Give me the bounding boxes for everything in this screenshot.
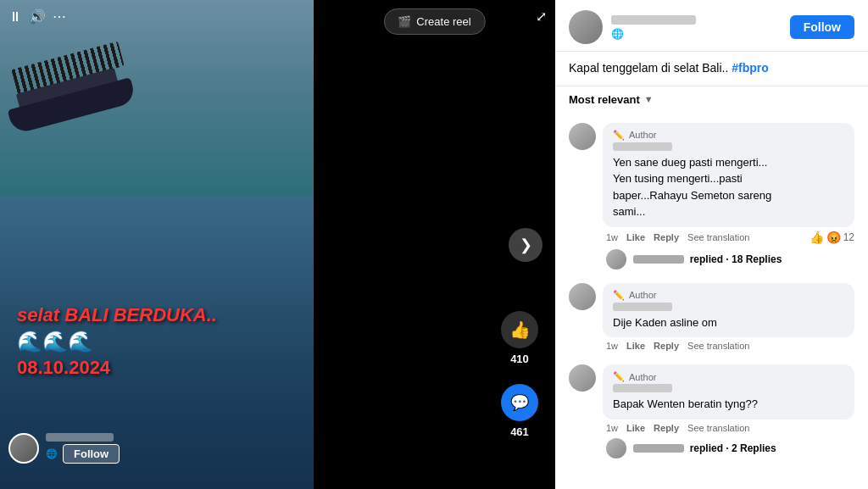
chevron-right-icon: ❯ <box>520 236 532 254</box>
comment-username <box>613 303 672 311</box>
comment-author-row: ✏️ Author <box>613 290 844 301</box>
comment-time: 1w <box>606 232 618 242</box>
see-translation-button[interactable]: See translation <box>687 232 749 242</box>
comment-bubble: ✏️ Author Yen sane dueg pasti mengerti..… <box>603 123 854 227</box>
most-relevant-bar[interactable]: Most relevant ▼ <box>555 86 868 113</box>
comments-header: 🌐 Follow <box>555 0 868 52</box>
hashtag: #fbpro <box>732 61 769 75</box>
like-action-button[interactable]: Like <box>626 232 645 242</box>
replies-link[interactable]: replied · 2 Replies <box>603 438 854 458</box>
reaction-number: 12 <box>843 231 854 243</box>
header-avatar <box>569 10 603 44</box>
author-badge: Author <box>629 130 656 140</box>
replies-text[interactable]: replied · 18 Replies <box>633 253 782 265</box>
globe-icon: 🌐 <box>46 448 58 459</box>
table-row: ✏️ Author Dije Kaden asline om 1w Like R… <box>555 276 868 358</box>
comment-actions: 1w Like Reply See translation 👍 😡 12 <box>603 231 854 244</box>
film-icon: 🎬 <box>398 15 411 28</box>
replies-text[interactable]: replied · 2 Replies <box>633 442 776 454</box>
comment-text: Dije Kaden asline om <box>613 314 844 331</box>
create-reel-button[interactable]: 🎬 Create reel <box>383 8 485 35</box>
table-row: ✏️ Author Bapak Wenten beratin tyng?? 1w… <box>555 358 868 465</box>
center-panel: 🎬 Create reel ⤢ ❯ 👍 410 💬 461 <box>314 0 555 489</box>
action-buttons: 👍 410 💬 461 <box>501 311 538 438</box>
username-blurred <box>46 433 114 442</box>
comment-time: 1w <box>606 423 618 433</box>
thumbs-up-icon: 👍 <box>509 320 531 340</box>
like-emoji: 👍 <box>810 231 824 244</box>
comments-list: ✏️ Author Yen sane dueg pasti mengerti..… <box>555 113 868 489</box>
boat-visual <box>8 51 144 119</box>
comment-username <box>613 384 672 392</box>
like-action-button[interactable]: Like <box>626 341 645 351</box>
globe-icon: 🌐 <box>611 28 624 40</box>
comment-body: ✏️ Author Dije Kaden asline om 1w Like R… <box>603 283 854 352</box>
replies-avatar <box>606 249 626 270</box>
replies-avatar <box>606 438 626 458</box>
comment-username <box>613 142 672 151</box>
dropdown-arrow-icon: ▼ <box>644 94 654 104</box>
comment-text: Yen sane dueg pasti mengerti...Yen tusin… <box>613 154 844 220</box>
comment-author-row: ✏️ Author <box>613 130 844 141</box>
comments-count: 461 <box>510 425 529 438</box>
comment-actions: 1w Like Reply See translation <box>603 341 854 351</box>
replies-link[interactable]: replied · 18 Replies <box>603 249 854 270</box>
avatar <box>8 433 39 464</box>
follow-button-video[interactable]: Follow <box>63 444 120 464</box>
reply-action-button[interactable]: Reply <box>654 232 679 242</box>
comment-time: 1w <box>606 341 618 351</box>
follow-button-header[interactable]: Follow <box>790 15 854 39</box>
comment-bubble: ✏️ Author Dije Kaden asline om <box>603 283 854 338</box>
author-badge: Author <box>629 372 656 382</box>
reply-action-button[interactable]: Reply <box>654 423 679 433</box>
pencil-icon: ✏️ <box>613 290 625 301</box>
create-reel-label: Create reel <box>416 15 470 28</box>
comment-button[interactable]: 💬 <box>501 384 538 421</box>
table-row: ✏️ Author Yen sane dueg pasti mengerti..… <box>555 116 868 276</box>
video-emojis: 🌊🌊🌊 <box>17 330 217 353</box>
header-meta: 🌐 <box>611 28 782 40</box>
like-action-button[interactable]: Like <box>626 423 645 433</box>
comment-text: Bapak Wenten beratin tyng?? <box>613 396 844 413</box>
angry-emoji: 😡 <box>826 231 841 244</box>
avatar <box>569 364 596 392</box>
comment-bubble: ✏️ Author Bapak Wenten beratin tyng?? <box>603 364 854 420</box>
comment-body: ✏️ Author Yen sane dueg pasti mengerti..… <box>603 123 854 270</box>
author-badge: Author <box>629 290 656 300</box>
video-controls: ⏸ 🔊 ⋯ <box>8 8 66 25</box>
video-panel: ⏸ 🔊 ⋯ selat BALI BERDUKA.. 🌊🌊🌊 08.10.202… <box>0 0 314 489</box>
video-title: selat BALI BERDUKA.. <box>17 304 217 326</box>
reply-action-button[interactable]: Reply <box>654 341 679 351</box>
reaction-count: 👍 😡 12 <box>810 231 854 244</box>
header-user-info: 🌐 <box>611 15 782 40</box>
expand-icon[interactable]: ⤢ <box>536 8 547 25</box>
more-button[interactable]: ⋯ <box>53 8 66 25</box>
see-translation-button[interactable]: See translation <box>687 341 749 351</box>
avatar <box>569 283 596 310</box>
video-user-info: 🌐 Follow <box>8 433 120 464</box>
see-translation-button[interactable]: See translation <box>687 423 749 433</box>
avatar <box>569 123 596 150</box>
like-button[interactable]: 👍 <box>501 311 538 348</box>
post-caption: Kapal tenggelam di selat Bali.. #fbpro <box>555 52 868 86</box>
video-date: 08.10.2024 <box>17 357 217 379</box>
most-relevant-label: Most relevant <box>569 93 640 106</box>
comment-body: ✏️ Author Bapak Wenten beratin tyng?? 1w… <box>603 364 854 458</box>
comments-panel: 🌐 Follow Kapal tenggelam di selat Bali..… <box>555 0 868 489</box>
video-text-overlay: selat BALI BERDUKA.. 🌊🌊🌊 08.10.2024 <box>17 304 217 379</box>
comment-author-row: ✏️ Author <box>613 371 844 382</box>
pencil-icon: ✏️ <box>613 130 625 141</box>
likes-count: 410 <box>510 353 529 365</box>
volume-button[interactable]: 🔊 <box>29 8 46 25</box>
replier-username <box>633 444 684 453</box>
header-username <box>611 15 696 25</box>
next-button[interactable]: ❯ <box>509 228 542 262</box>
pause-button[interactable]: ⏸ <box>8 9 22 25</box>
comment-actions: 1w Like Reply See translation <box>603 423 854 433</box>
create-reel-bar: 🎬 Create reel <box>383 8 485 35</box>
comment-icon: 💬 <box>510 393 529 412</box>
replier-username <box>633 255 684 264</box>
pencil-icon: ✏️ <box>613 371 625 382</box>
